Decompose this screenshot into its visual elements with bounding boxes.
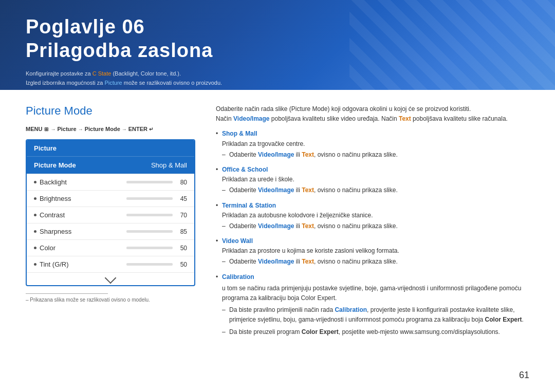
bullet-title: Calibration xyxy=(222,273,254,281)
right-column: Odaberite način rada slike (Picture Mode… xyxy=(216,104,529,342)
item-label: Contrast xyxy=(34,211,65,219)
item-text: Color xyxy=(40,244,55,252)
bar-value: 50 xyxy=(177,245,187,252)
list-item: Video Wall Prikladan za prostore u kojim… xyxy=(216,236,529,267)
bar-track xyxy=(126,197,173,200)
header-banner: Poglavlje 06 Prilagodba zaslona Konfigur… xyxy=(0,0,555,90)
menu-item: Brightness 45 xyxy=(27,190,194,207)
bar-container: 45 xyxy=(126,195,187,202)
footnote-divider xyxy=(26,293,108,294)
chapter-title: Poglavlje 06 Prilagodba zaslona xyxy=(26,15,529,62)
dot-icon xyxy=(34,230,36,233)
menu-items-list: Backlight 80 Brightness 45 Contrast xyxy=(27,174,194,272)
bar-value: 80 xyxy=(177,179,187,186)
list-item: Calibration u tom se načinu rada primjen… xyxy=(216,272,529,337)
bar-container: 70 xyxy=(126,212,187,219)
bar-track xyxy=(126,214,173,216)
list-item: Terminal & Station Prikladan za autobusn… xyxy=(216,201,529,232)
bullet-desc: u tom se načinu rada primjenjuju postavk… xyxy=(222,284,529,303)
menu-item: Contrast 70 xyxy=(27,207,194,223)
item-label: Tint (G/R) xyxy=(34,260,69,268)
sub-item: Odaberite Video/Image ili Text, ovisno o… xyxy=(222,221,529,231)
bar-container: 50 xyxy=(126,245,187,252)
menu-item: Color 50 xyxy=(27,239,194,256)
picture-box-header: Picture xyxy=(27,140,194,156)
bullet-desc: Prikladan za urede i škole. xyxy=(222,175,529,184)
bullet-title: Terminal & Station xyxy=(222,202,276,209)
chevron-down-icon xyxy=(105,272,117,284)
sub-item: Odaberite Video/Image ili Text, ovisno o… xyxy=(222,257,529,267)
bar-value: 85 xyxy=(177,228,187,235)
bar-value: 45 xyxy=(177,195,187,202)
picture-mode-row[interactable]: Picture Mode Shop & Mall xyxy=(27,156,194,174)
sub-item-2: Da biste preuzeli program Color Expert, … xyxy=(222,327,529,337)
bullets-list: Shop & Mall Prikladan za trgovačke centr… xyxy=(216,129,529,337)
sub-item: Odaberite Video/Image ili Text, ovisno o… xyxy=(222,150,529,160)
bar-value: 50 xyxy=(177,261,187,268)
list-item: Shop & Mall Prikladan za trgovačke centr… xyxy=(216,129,529,160)
dot-icon xyxy=(34,214,36,216)
menu-item: Tint (G/R) 50 xyxy=(27,256,194,272)
sub-item: Odaberite Video/Image ili Text, ovisno o… xyxy=(222,185,529,195)
item-text: Contrast xyxy=(40,211,65,219)
dot-icon xyxy=(34,197,36,200)
list-item: Office & School Prikladan za urede i ško… xyxy=(216,165,529,196)
dot-icon xyxy=(34,263,36,266)
bullet-desc: Prikladan za autobusne kolodvore i želje… xyxy=(222,211,529,220)
picture-mode-value: Shop & Mall xyxy=(151,161,187,169)
bullet-desc: Prikladan za trgovačke centre. xyxy=(222,139,529,149)
picture-mode-label: Picture Mode xyxy=(34,161,76,169)
bullet-title: Video Wall xyxy=(222,237,253,245)
intro-text: Odaberite način rada slike (Picture Mode… xyxy=(216,104,529,124)
menu-item: Backlight 80 xyxy=(27,174,194,190)
item-text: Sharpness xyxy=(40,228,71,235)
main-content: Picture Mode MENU ⊞ → Picture → Picture … xyxy=(0,90,555,352)
sub-item: Da biste pravilno primijenili način rada… xyxy=(222,305,529,325)
picture-box: Picture Picture Mode Shop & Mall Backlig… xyxy=(26,139,195,286)
item-text: Brightness xyxy=(40,195,71,202)
dot-icon xyxy=(34,181,36,183)
menu-path: MENU ⊞ → Picture → Picture Mode → ENTER … xyxy=(26,126,195,132)
bar-track xyxy=(126,263,173,266)
item-text: Tint (G/R) xyxy=(40,260,69,268)
bar-track xyxy=(126,230,173,233)
header-subtitle: Konfigurirajte postavke za C State (Back… xyxy=(26,69,529,87)
bar-container: 85 xyxy=(126,228,187,235)
item-label: Backlight xyxy=(34,178,67,186)
bullet-desc: Prikladan za prostore u kojima se korist… xyxy=(222,246,529,256)
page-number: 61 xyxy=(519,370,529,381)
bar-value: 70 xyxy=(177,212,187,219)
menu-item: Sharpness 85 xyxy=(27,223,194,239)
bar-track xyxy=(126,247,173,249)
bar-container: 80 xyxy=(126,179,187,186)
left-column: Picture Mode MENU ⊞ → Picture → Picture … xyxy=(26,104,195,342)
bar-container: 50 xyxy=(126,261,187,268)
footnote-text: – Prikazana slika može se razlikovati ov… xyxy=(26,297,195,303)
bullet-title: Shop & Mall xyxy=(222,130,257,137)
item-label: Color xyxy=(34,244,55,252)
dot-icon xyxy=(34,247,36,249)
item-label: Sharpness xyxy=(34,228,71,235)
section-title: Picture Mode xyxy=(26,104,195,118)
chevron-row[interactable] xyxy=(27,272,194,285)
bar-track xyxy=(126,181,173,183)
item-label: Brightness xyxy=(34,195,71,202)
item-text: Backlight xyxy=(40,178,67,186)
bullet-title: Office & School xyxy=(222,166,268,173)
